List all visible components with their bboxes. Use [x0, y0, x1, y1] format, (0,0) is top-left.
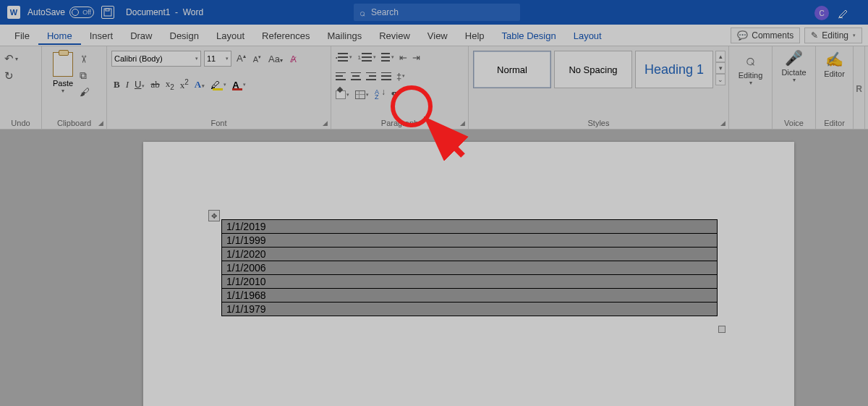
line-spacing-button[interactable]: ‡▾ — [396, 71, 405, 82]
italic-button[interactable]: I — [126, 79, 129, 90]
table-cell[interactable]: 1/1/2020 — [222, 248, 718, 261]
copy-button[interactable]: ⧉ — [80, 69, 90, 82]
tab-review[interactable]: Review — [370, 26, 419, 45]
clipboard-dialog-launcher[interactable]: ◢ — [98, 119, 103, 127]
justify-button[interactable] — [381, 72, 391, 80]
font-group-label: Font — [107, 119, 331, 127]
table-cell[interactable]: 1/1/1968 — [222, 289, 718, 303]
table-row[interactable]: 1/1/2019 — [222, 220, 718, 234]
document-page[interactable]: ✥ 1/1/2019 1/1/1999 1/1/2020 1/1/2006 1/… — [143, 142, 794, 406]
text-effects-button[interactable]: A▾ — [195, 79, 205, 90]
shading-button[interactable]: ▾ — [336, 90, 349, 99]
style-no-spacing[interactable]: No Spacing — [554, 51, 632, 88]
paragraph-dialog-launcher[interactable]: ◢ — [460, 119, 465, 127]
style-normal[interactable]: Normal — [473, 51, 551, 88]
tab-references[interactable]: References — [253, 26, 318, 45]
font-name-select[interactable]: Calibri (Body) ▾ — [111, 51, 201, 67]
paste-button[interactable]: Paste ▾ — [46, 49, 80, 129]
search-placeholder: Search — [371, 7, 399, 17]
change-case-button[interactable]: Aa▾ — [266, 54, 285, 64]
increase-indent-button[interactable]: ⇥ — [412, 52, 420, 63]
table-row[interactable]: 1/1/1999 — [222, 234, 718, 248]
document-area[interactable]: ✥ 1/1/2019 1/1/1999 1/1/2020 1/1/2006 1/… — [0, 130, 868, 406]
editing-mode-button[interactable]: ✎ Editing ▾ — [804, 28, 862, 43]
highlight-button[interactable]: 🖊▾ — [210, 80, 226, 90]
table-row[interactable]: 1/1/2020 — [222, 248, 718, 261]
strikethrough-button[interactable]: ab — [150, 79, 159, 90]
tab-file[interactable]: File — [6, 26, 38, 45]
align-left-button[interactable] — [336, 72, 346, 80]
numbering-button[interactable]: 1▾ — [357, 53, 375, 62]
sort-button[interactable]: AZ↓ — [375, 90, 386, 100]
table-cell[interactable]: 1/1/2006 — [222, 261, 718, 275]
borders-button[interactable]: ▾ — [355, 90, 369, 99]
clear-formatting-button[interactable]: A̷ — [288, 54, 299, 64]
table-cell[interactable]: 1/1/1979 — [222, 303, 718, 316]
align-right-button[interactable] — [366, 72, 376, 80]
table-move-handle[interactable]: ✥ — [208, 210, 220, 221]
tab-layout[interactable]: Layout — [208, 26, 253, 45]
menu-bar: File Home Insert Draw Design Layout Refe… — [0, 25, 868, 46]
table-row[interactable]: 1/1/2010 — [222, 275, 718, 289]
styles-gallery-nav[interactable]: ▴ ▾ ⌄ — [715, 51, 726, 85]
table-row[interactable]: 1/1/1979 — [222, 303, 718, 316]
font-size-select[interactable]: 11 ▾ — [204, 51, 231, 67]
gallery-more-button[interactable]: ⌄ — [715, 74, 726, 85]
tab-draw[interactable]: Draw — [122, 26, 161, 45]
underline-button[interactable]: U▾ — [135, 79, 145, 90]
table-cell[interactable]: 1/1/2010 — [222, 275, 718, 289]
styles-gallery[interactable]: Normal No Spacing Heading 1 — [473, 51, 713, 88]
style-heading-1[interactable]: Heading 1 — [635, 51, 713, 88]
table-resize-handle[interactable] — [718, 326, 726, 333]
tab-view[interactable]: View — [419, 26, 456, 45]
tab-table-design[interactable]: Table Design — [493, 26, 565, 45]
bold-button[interactable]: B — [114, 79, 120, 90]
show-paragraph-marks-button[interactable]: ¶ — [391, 90, 396, 101]
cut-button[interactable]: ✂ — [80, 54, 90, 65]
gallery-down-button[interactable]: ▾ — [715, 62, 726, 74]
subscript-button[interactable]: x2 — [166, 78, 174, 91]
gallery-up-button[interactable]: ▴ — [715, 51, 726, 62]
table-row[interactable]: 1/1/2006 — [222, 261, 718, 275]
tab-mailings[interactable]: Mailings — [319, 26, 371, 45]
microphone-icon[interactable]: 🎤 — [785, 49, 803, 67]
editor-pen-icon[interactable]: ✍ — [825, 51, 843, 68]
increase-font-button[interactable]: A▴ — [234, 53, 248, 64]
font-color-button[interactable]: A▾ — [232, 80, 245, 90]
document-table[interactable]: 1/1/2019 1/1/1999 1/1/2020 1/1/2006 1/1/… — [221, 219, 718, 316]
align-center-button[interactable] — [351, 72, 361, 80]
multilevel-list-button[interactable]: ▾ — [381, 53, 394, 62]
bullets-button[interactable]: •▾ — [336, 53, 352, 62]
ink-icon[interactable] — [836, 6, 851, 20]
tab-home[interactable]: Home — [38, 26, 81, 45]
tab-insert[interactable]: Insert — [81, 26, 122, 45]
find-icon[interactable]: ⌕ — [746, 51, 755, 69]
chevron-down-icon: ▾ — [226, 56, 229, 62]
font-dialog-launcher[interactable]: ◢ — [323, 119, 328, 127]
format-painter-button[interactable]: 🖌 — [80, 86, 90, 98]
decrease-font-button[interactable]: A▾ — [251, 54, 263, 64]
comments-button[interactable]: 💬 Comments — [731, 28, 800, 43]
editing-group-button-label: Editing — [739, 71, 763, 80]
user-avatar[interactable]: C — [814, 6, 829, 20]
superscript-button[interactable]: x2 — [180, 78, 189, 91]
tab-design[interactable]: Design — [161, 26, 208, 45]
search-box[interactable]: ⌕ Search — [354, 4, 520, 21]
table-row[interactable]: 1/1/1968 — [222, 289, 718, 303]
group-collapsed-reuse[interactable]: R — [854, 46, 865, 129]
table-cell[interactable]: 1/1/1999 — [222, 234, 718, 248]
undo-group-label: Undo — [0, 119, 41, 127]
autosave-toggle[interactable]: AutoSave Off — [27, 7, 94, 18]
toggle-pill[interactable]: Off — [69, 7, 94, 18]
table-cell[interactable]: 1/1/2019 — [222, 220, 718, 234]
redo-button[interactable]: ↻ — [4, 69, 37, 83]
undo-button[interactable]: ↶▾ — [4, 52, 37, 65]
chevron-down-icon: ▾ — [749, 80, 752, 86]
chevron-down-icon: ▾ — [195, 56, 198, 62]
decrease-indent-button[interactable]: ⇤ — [399, 52, 407, 63]
styles-dialog-launcher[interactable]: ◢ — [720, 119, 726, 127]
tab-help[interactable]: Help — [456, 26, 493, 45]
tab-table-layout[interactable]: Layout — [565, 26, 610, 45]
save-icon[interactable] — [101, 6, 114, 19]
editing-label: Editing — [822, 30, 848, 41]
